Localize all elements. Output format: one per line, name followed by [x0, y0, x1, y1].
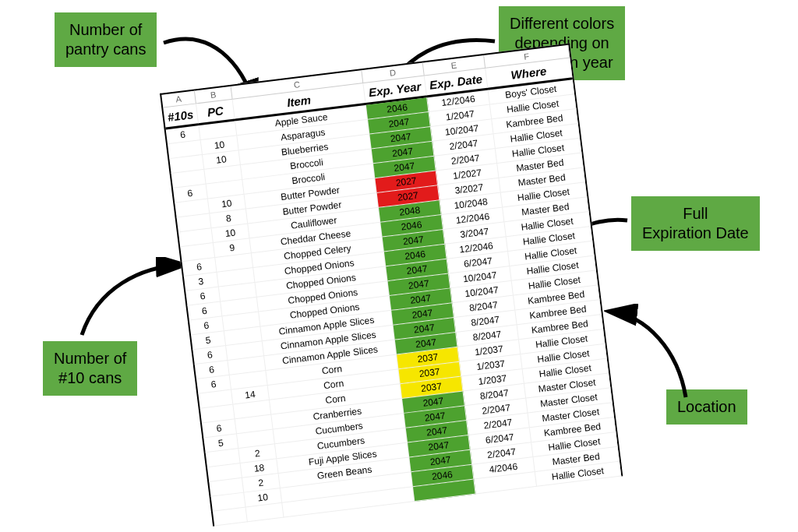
callout-full-exp-date: Full Expiration Date [631, 196, 760, 251]
callout-pantry-cans: Number of pantry cans [55, 12, 157, 67]
arrow-to-10s-column [74, 257, 199, 351]
header-pc: PC [196, 100, 235, 124]
cell [213, 507, 248, 526]
header-10s: #10s [163, 104, 199, 127]
data-rows-container: 6Apple Sauce204612/2046Boys' Closet10Asp… [166, 79, 622, 526]
callout-location: Location [666, 389, 747, 425]
callout-number-10-cans: Number of #10 cans [43, 341, 137, 396]
spreadsheet: A B C D E F #10s PC Item Exp. Year Exp. … [160, 43, 623, 526]
